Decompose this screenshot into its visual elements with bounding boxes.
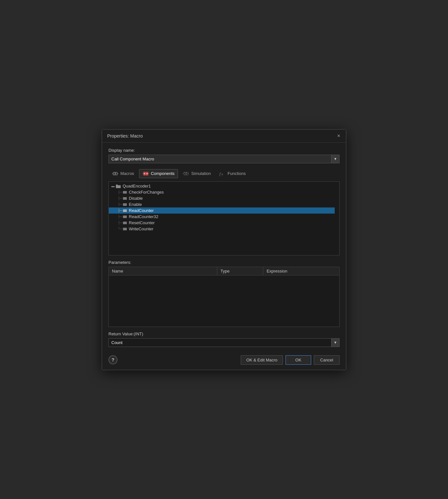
svg-text:x: x xyxy=(221,172,223,176)
tree-item-selected[interactable]: ├─ ReadCounter xyxy=(109,207,335,214)
display-name-row: ▼ xyxy=(108,155,340,163)
tab-components[interactable]: Components xyxy=(139,169,178,178)
return-value-dropdown[interactable]: ▼ xyxy=(331,338,340,347)
return-value-label: Return Value:(INT) xyxy=(108,331,340,336)
tree-inner: ▬ QuadEncoder1 ├─ xyxy=(109,182,339,233)
svg-rect-7 xyxy=(146,172,148,175)
close-button[interactable]: × xyxy=(336,133,341,139)
tree-connector: └─ xyxy=(118,227,122,231)
tree-item-label: ResetCounter xyxy=(129,220,154,225)
tree-item[interactable]: ├─ ReadCounter32 xyxy=(109,214,335,220)
tab-macros-label: Macros xyxy=(120,171,134,176)
folder-icon xyxy=(116,184,123,188)
properties-dialog: Properties: Macro × Display name: ▼ Macr… xyxy=(102,129,346,370)
tab-functions[interactable]: f x Functions xyxy=(216,169,249,178)
dialog-body: Display name: ▼ Macros xyxy=(102,143,346,370)
tab-components-label: Components xyxy=(151,171,175,176)
item-icon xyxy=(123,196,129,201)
tab-simulation[interactable]: Simulation xyxy=(179,169,214,178)
help-button[interactable]: ? xyxy=(108,355,117,364)
tabs-row: Macros Components xyxy=(108,169,340,178)
tree-item[interactable]: ├─ Disable xyxy=(109,195,335,201)
params-empty-body xyxy=(109,275,340,327)
return-value-input[interactable] xyxy=(108,338,331,347)
tree-root-label: QuadEncoder1 xyxy=(123,184,151,188)
item-icon xyxy=(123,226,129,231)
svg-rect-29 xyxy=(123,228,127,230)
parameters-table: Name Type Expression xyxy=(108,267,340,327)
tree-connector: ├─ xyxy=(118,208,122,213)
svg-rect-25 xyxy=(123,203,127,206)
tree-item[interactable]: ├─ Enable xyxy=(109,201,335,207)
svg-rect-16 xyxy=(186,172,188,175)
tree-item-label: WriteCounter xyxy=(129,226,153,231)
title-bar: Properties: Macro × xyxy=(102,130,346,143)
svg-rect-15 xyxy=(184,172,186,175)
tree-item-label: ReadCounter32 xyxy=(129,214,158,219)
svg-rect-26 xyxy=(123,209,127,212)
svg-rect-22 xyxy=(116,185,118,186)
svg-rect-1 xyxy=(113,172,115,175)
tree-connector: ├─ xyxy=(118,196,122,200)
tree-item-label: Disable xyxy=(129,196,143,201)
components-icon xyxy=(143,171,149,176)
tab-simulation-label: Simulation xyxy=(191,171,211,176)
functions-icon: f x xyxy=(219,171,226,176)
display-name-dropdown[interactable]: ▼ xyxy=(331,155,340,163)
return-value-row: ▼ xyxy=(108,338,340,347)
col-expression-header: Expression xyxy=(263,267,340,275)
tree-connector: ├─ xyxy=(118,190,122,194)
svg-rect-27 xyxy=(123,216,127,218)
item-icon xyxy=(123,220,129,225)
item-icon xyxy=(123,202,129,207)
tree-item-label: ReadCounter xyxy=(129,208,154,213)
tree-root[interactable]: ▬ QuadEncoder1 xyxy=(109,183,335,189)
display-name-label: Display name: xyxy=(108,148,340,153)
svg-rect-24 xyxy=(123,197,127,200)
item-icon xyxy=(123,190,129,195)
cancel-button[interactable]: Cancel xyxy=(314,355,340,365)
svg-text:f: f xyxy=(219,171,221,176)
tree-item-label: CheckForChanges xyxy=(129,190,163,195)
tree-connector: ├─ xyxy=(118,221,122,225)
dialog-title: Properties: Macro xyxy=(107,133,143,139)
col-type-header: Type xyxy=(217,267,263,275)
display-name-input[interactable] xyxy=(108,155,331,163)
svg-rect-6 xyxy=(144,172,145,175)
col-name-header: Name xyxy=(109,267,217,275)
tree-item[interactable]: ├─ ResetCounter xyxy=(109,220,335,226)
ok-edit-macro-button[interactable]: OK & Edit Macro xyxy=(241,355,283,365)
bottom-buttons-row: ? OK & Edit Macro OK Cancel xyxy=(108,353,340,365)
tab-functions-label: Functions xyxy=(228,171,246,176)
tree-item-label: Enable xyxy=(129,202,142,207)
tab-macros[interactable]: Macros xyxy=(108,169,138,178)
tree-item[interactable]: ├─ CheckForChanges xyxy=(109,189,335,195)
collapse-icon: ▬ xyxy=(111,184,115,188)
macros-icon xyxy=(112,171,118,176)
svg-rect-23 xyxy=(123,191,127,194)
item-icon xyxy=(123,214,129,219)
item-icon xyxy=(123,208,129,213)
tree-connector: ├─ xyxy=(118,215,122,219)
tree-item[interactable]: └─ WriteCounter xyxy=(109,226,335,232)
svg-rect-28 xyxy=(123,222,127,224)
ok-button[interactable]: OK xyxy=(285,355,311,365)
tree-connector: ├─ xyxy=(118,202,122,206)
tree-container[interactable]: ▬ QuadEncoder1 ├─ xyxy=(108,181,340,255)
simulation-icon xyxy=(183,171,189,176)
parameters-label: Parameters: xyxy=(108,260,340,265)
svg-rect-2 xyxy=(116,172,117,175)
